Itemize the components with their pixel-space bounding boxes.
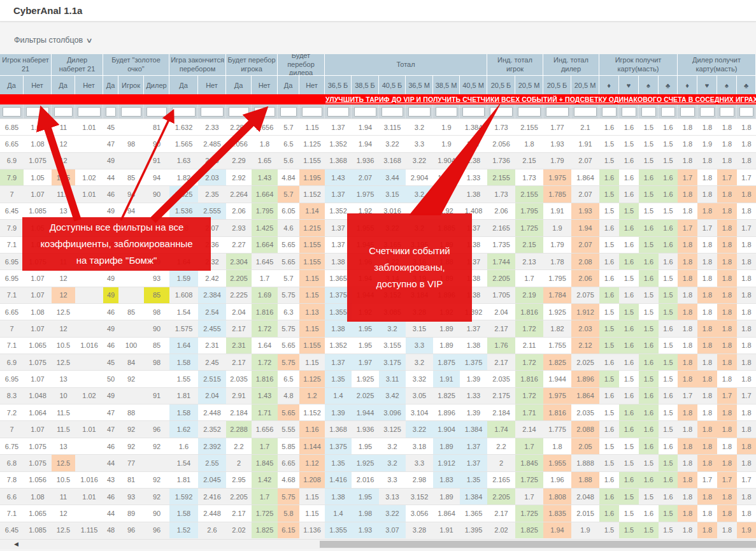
table-cell: 2.05 [571,438,599,454]
column-filter-input[interactable] [641,107,656,117]
column-filter-input[interactable] [408,107,431,117]
column-subheader: 36,5 Б [325,75,352,94]
table-cell: 6.6 [0,488,24,504]
table-cell: 6.3 [278,303,299,320]
column-filter-input[interactable] [172,107,196,117]
column-filter-input[interactable] [229,107,249,117]
column-filter-input[interactable] [121,107,141,117]
table-cell: 1.79 [543,236,571,253]
table-cell: 1.15 [299,488,325,504]
vip-upsell-text[interactable]: УЛУЧШИТЬ ТАРИФ ДО VIP И ПОЛУЧИТЬ СЧЕТЧИК… [325,96,756,103]
column-group-header: Дилер наберет 21 [52,54,103,75]
column-filter-input[interactable] [54,107,73,117]
table-row: 71.071249901.5752.4552.171.725.751.151.3… [0,320,756,336]
table-cell: 1.8 [697,269,717,286]
column-filter-input[interactable] [462,107,485,117]
table-cell: 1.8 [717,236,737,253]
column-filter-input[interactable] [280,107,297,117]
table-cell: 2.184 [226,404,252,420]
table-cell: 4.8 [278,387,299,404]
table-cell: 1.8 [697,504,717,521]
table-cell: 1.5 [599,320,619,336]
table-cell: 2.6 [198,522,226,538]
table-cell: 1.725 [515,504,543,521]
table-cell: 1.15 [299,504,325,521]
table-cell [118,269,144,286]
table-cell: 1.01 [75,236,103,253]
table-cell: 1.816 [252,303,278,320]
table-cell: 1.016 [75,471,103,488]
column-filter-cell [717,104,737,118]
table-cell [75,354,103,370]
table-cell: 2.08 [571,253,599,269]
column-filter-input[interactable] [327,107,349,117]
vip-upsell-banner[interactable]: УЛУЧШИТЬ ТАРИФ ДО VIP И ПОЛУЧИТЬ СЧЕТЧИК… [0,94,756,104]
column-filter-input[interactable] [546,107,569,117]
column-filter-input[interactable] [739,107,753,117]
horizontal-scrollbar[interactable] [0,539,756,549]
table-cell: 2.06 [226,203,252,219]
table-cell: 7 [0,420,24,437]
table-cell: 1.37 [325,236,352,253]
table-cell [75,203,103,219]
table-cell: 2.14 [515,420,543,437]
column-filter-cell [144,104,169,118]
table-cell: 1.74 [487,420,515,437]
table-cell: 88 [118,404,144,420]
table-cell: 48 [103,522,118,538]
table-cell: 2.03 [198,169,226,185]
table-cell: 1.6 [619,404,639,420]
column-filter-input[interactable] [26,107,49,117]
table-cell: 2.165 [487,471,515,488]
column-filter-input[interactable] [78,107,101,117]
table-cell: 2.17 [226,354,252,370]
column-filter-input[interactable] [720,107,734,117]
table-cell: 2.06 [487,203,515,219]
column-filter-input[interactable] [436,107,457,117]
column-subheader: 40,5 М [460,75,487,94]
column-filter-input[interactable] [518,107,541,117]
column-subheader: Да [169,75,198,94]
column-filter-input[interactable] [490,107,513,117]
scrollbar-thumb[interactable] [320,541,756,548]
column-filter-input[interactable] [302,107,322,117]
column-filter-input[interactable] [146,107,167,117]
table-cell: 1.8 [717,269,737,286]
table-cell: 47 [103,420,118,437]
table-cell: 1.65 [252,152,278,169]
table-cell: 1.5 [619,504,639,521]
column-group-header: Инд. тотал дилер [543,54,599,75]
table-cell: 2.17 [487,320,515,336]
table-cell: 1.8 [697,118,717,135]
column-filter-input[interactable] [574,107,597,117]
column-filter-input[interactable] [3,107,21,117]
table-cell: 1.8 [515,135,543,152]
table-cell: 12 [52,504,75,521]
table-cell: 12 [52,287,75,303]
column-filter-input[interactable] [382,107,403,117]
column-filter-input[interactable] [354,107,376,117]
table-cell: 12 [52,152,75,169]
column-filter-input[interactable] [254,107,275,117]
column-filter-input[interactable] [622,107,636,117]
table-cell: 1.16 [299,420,325,437]
table-cell: 45 [103,253,118,269]
column-filter-input[interactable] [106,107,116,117]
column-filter-input[interactable] [602,107,617,117]
table-cell: 3.14 [379,269,406,286]
table-cell: 1.8 [737,185,756,202]
table-cell: 1.5 [659,454,678,471]
table-cell: 3.13 [379,488,406,504]
column-filter-input[interactable] [700,107,715,117]
table-cell: 1.94 [352,269,379,286]
table-cell: 1.79 [543,152,571,169]
column-filter-input[interactable] [661,107,675,117]
table-cell: 1.785 [543,185,571,202]
column-filters-toggle[interactable]: Фильтры столбцов∨ [14,36,92,45]
column-filter-input[interactable] [201,107,224,117]
table-cell: 1.8 [717,504,737,521]
table-cell: 49 [103,203,118,219]
table-cell: 1.5 [619,135,639,152]
table-cell: 1.63 [169,152,198,169]
column-filter-input[interactable] [680,107,695,117]
